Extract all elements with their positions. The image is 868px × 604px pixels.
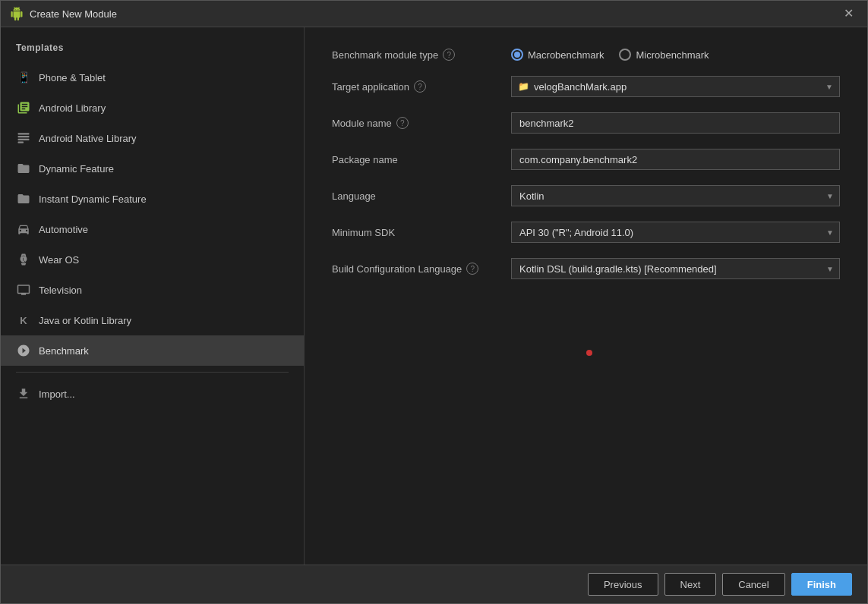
target-app-value: velogBanchMark.app (534, 81, 821, 93)
sidebar-item-android-library[interactable]: Android Library (1, 93, 304, 123)
package-name-row: Package name (332, 149, 840, 170)
sidebar: Templates 📱 Phone & Tablet Android Libra… (1, 27, 305, 565)
language-control: Kotlin Java ▼ (511, 185, 840, 206)
target-app-dropdown-arrow: ▼ (825, 83, 833, 91)
target-application-help-icon[interactable]: ? (414, 80, 426, 93)
microbenchmark-radio[interactable]: Microbenchmark (619, 49, 709, 61)
sidebar-item-label: Android Library (39, 102, 106, 114)
sidebar-item-label: Benchmark (39, 345, 89, 357)
television-icon (16, 282, 31, 297)
build-config-language-row: Build Configuration Language ? Kotlin DS… (332, 258, 840, 279)
content-area: Templates 📱 Phone & Tablet Android Libra… (1, 27, 867, 565)
module-name-label: Module name ? (332, 117, 499, 129)
language-row: Language Kotlin Java ▼ (332, 185, 840, 206)
language-label: Language (332, 190, 499, 202)
import-icon (16, 386, 31, 401)
sidebar-item-android-native-library[interactable]: Android Native Library (1, 123, 304, 153)
footer: Previous Next Cancel Finish (1, 565, 867, 603)
build-config-language-label: Build Configuration Language ? (332, 263, 499, 275)
module-name-control (511, 112, 840, 134)
language-select[interactable]: Kotlin Java (511, 185, 840, 206)
sidebar-title: Templates (1, 39, 304, 62)
sidebar-item-label: Television (39, 285, 82, 296)
import-label: Import... (39, 389, 75, 400)
android-library-icon (16, 100, 31, 115)
svg-rect-0 (18, 133, 30, 134)
module-name-input[interactable] (511, 112, 840, 134)
sidebar-item-label: Wear OS (39, 254, 79, 266)
finish-button[interactable]: Finish (791, 573, 852, 596)
benchmark-icon (16, 343, 31, 358)
benchmark-module-type-label: Benchmark module type ? (332, 49, 499, 61)
build-config-language-select[interactable]: Kotlin DSL (build.gradle.kts) [Recommend… (511, 258, 840, 279)
minimum-sdk-control: API 30 ("R"; Android 11.0) API 21 ("Loll… (511, 222, 840, 243)
minimum-sdk-label: Minimum SDK (332, 227, 499, 238)
main-panel: Benchmark module type ? Macrobenchmark M… (305, 27, 867, 565)
benchmark-module-type-help-icon[interactable]: ? (443, 49, 455, 61)
macrobenchmark-radio[interactable]: Macrobenchmark (511, 49, 604, 61)
target-application-row: Target application ? 📁 velogBanchMark.ap… (332, 76, 840, 97)
target-app-folder-icon: 📁 (518, 81, 529, 92)
sidebar-item-label: Instant Dynamic Feature (39, 193, 147, 205)
svg-rect-3 (18, 142, 24, 143)
sidebar-item-television[interactable]: Television (1, 275, 304, 305)
previous-button[interactable]: Previous (588, 573, 658, 596)
sidebar-item-label: Android Native Library (39, 133, 137, 144)
sidebar-item-label: Java or Kotlin Library (39, 315, 131, 326)
cancel-button[interactable]: Cancel (722, 573, 784, 596)
module-name-row: Module name ? (332, 112, 840, 134)
target-application-control[interactable]: 📁 velogBanchMark.app ▼ (511, 76, 840, 97)
target-application-dropdown[interactable]: 📁 velogBanchMark.app ▼ (511, 76, 840, 97)
minimum-sdk-select[interactable]: API 30 ("R"; Android 11.0) API 21 ("Loll… (511, 222, 840, 243)
sidebar-divider (16, 372, 289, 373)
sidebar-item-wear-os[interactable]: Wear OS (1, 244, 304, 275)
automotive-icon (16, 222, 31, 237)
benchmark-module-type-row: Benchmark module type ? Macrobenchmark M… (332, 49, 840, 61)
package-name-label: Package name (332, 154, 499, 165)
sidebar-item-automotive[interactable]: Automotive (1, 214, 304, 244)
android-icon (10, 7, 24, 20)
sidebar-item-import[interactable]: Import... (1, 379, 304, 409)
android-native-library-icon (16, 131, 31, 146)
sidebar-item-phone-tablet[interactable]: 📱 Phone & Tablet (1, 62, 304, 93)
title-bar: Create New Module ✕ (1, 1, 867, 27)
module-name-help-icon[interactable]: ? (396, 117, 409, 129)
benchmark-module-type-radio-group: Macrobenchmark Microbenchmark (511, 49, 840, 61)
next-button[interactable]: Next (664, 573, 717, 596)
create-new-module-dialog: Create New Module ✕ Templates 📱 Phone & … (0, 0, 868, 604)
wear-os-icon (16, 252, 31, 267)
dialog-title: Create New Module (30, 8, 117, 20)
phone-tablet-icon: 📱 (16, 70, 31, 85)
sidebar-item-label: Automotive (39, 224, 88, 235)
sidebar-item-benchmark[interactable]: Benchmark (1, 335, 304, 366)
instant-dynamic-feature-icon (16, 191, 31, 206)
package-name-control (511, 149, 840, 170)
target-application-label: Target application ? (332, 80, 499, 93)
sidebar-item-java-kotlin-library[interactable]: K Java or Kotlin Library (1, 305, 304, 335)
minimum-sdk-row: Minimum SDK API 30 ("R"; Android 11.0) A… (332, 222, 840, 243)
java-kotlin-library-icon: K (16, 313, 31, 328)
benchmark-module-type-control: Macrobenchmark Microbenchmark (511, 49, 840, 61)
build-config-language-control: Kotlin DSL (build.gradle.kts) [Recommend… (511, 258, 840, 279)
microbenchmark-radio-circle (619, 49, 631, 61)
macrobenchmark-radio-circle (511, 49, 523, 61)
svg-rect-1 (18, 136, 30, 137)
svg-rect-2 (18, 139, 30, 140)
build-config-language-help-icon[interactable]: ? (466, 263, 478, 275)
sidebar-item-label: Phone & Tablet (39, 72, 106, 83)
red-dot-indicator (586, 350, 592, 356)
sidebar-item-dynamic-feature[interactable]: Dynamic Feature (1, 153, 304, 184)
sidebar-item-label: Dynamic Feature (39, 163, 114, 175)
dynamic-feature-icon (16, 161, 31, 176)
sidebar-item-instant-dynamic-feature[interactable]: Instant Dynamic Feature (1, 184, 304, 214)
package-name-input[interactable] (511, 149, 840, 170)
close-button[interactable]: ✕ (839, 6, 858, 21)
title-bar-left: Create New Module (10, 7, 117, 20)
